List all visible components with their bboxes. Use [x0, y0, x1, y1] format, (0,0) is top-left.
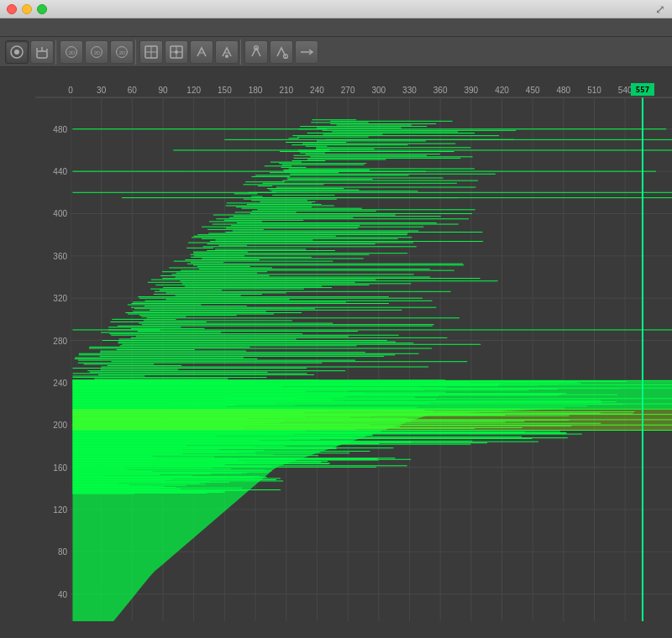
transform-tool-4[interactable] [215, 40, 239, 64]
2d-tool-1[interactable]: 2D [60, 40, 83, 64]
svg-text:+: + [284, 55, 287, 60]
titlebar: ⤢ [0, 0, 672, 18]
2d-tool-2[interactable]: 2D [85, 40, 108, 64]
menu-navigation[interactable] [44, 26, 57, 29]
menu-ansicht[interactable] [30, 26, 44, 29]
transform-tool-1[interactable] [139, 40, 163, 64]
svg-text:2D: 2D [119, 50, 125, 55]
maximize-button[interactable] [37, 4, 47, 14]
add-tool-3[interactable] [295, 40, 318, 64]
menu-tracks[interactable] [3, 26, 17, 29]
hand-tool[interactable] [30, 40, 54, 64]
toolbar: 2D 2D 2D [0, 37, 672, 67]
svg-point-21 [225, 55, 228, 58]
svg-point-1 [14, 50, 19, 55]
traffic-lights [7, 4, 47, 14]
svg-text:+: + [255, 46, 258, 52]
graph-canvas[interactable] [35, 82, 672, 621]
transform-tool-2[interactable] [165, 40, 188, 64]
menu-selektieren[interactable] [17, 26, 30, 29]
close-button[interactable] [7, 4, 17, 14]
svg-rect-2 [37, 51, 47, 58]
svg-text:2D: 2D [94, 50, 100, 55]
toolbar-group-add: + + [243, 39, 320, 65]
svg-point-18 [175, 50, 178, 54]
graph-container[interactable] [0, 67, 672, 621]
menubar [0, 18, 672, 37]
add-tool-2[interactable]: + [270, 40, 293, 64]
toolbar-group-select [3, 39, 56, 65]
2d-tool-3[interactable]: 2D [110, 40, 134, 64]
pointer-tool[interactable] [5, 40, 29, 64]
toolbar-group-2d: 2D 2D 2D [58, 39, 136, 65]
transform-tool-3[interactable] [190, 40, 213, 64]
toolbar-group-transform [138, 39, 241, 65]
svg-text:2D: 2D [69, 50, 75, 55]
minimize-button[interactable] [22, 4, 32, 14]
add-tool-1[interactable]: + [244, 40, 268, 64]
expand-icon[interactable]: ⤢ [655, 3, 665, 16]
